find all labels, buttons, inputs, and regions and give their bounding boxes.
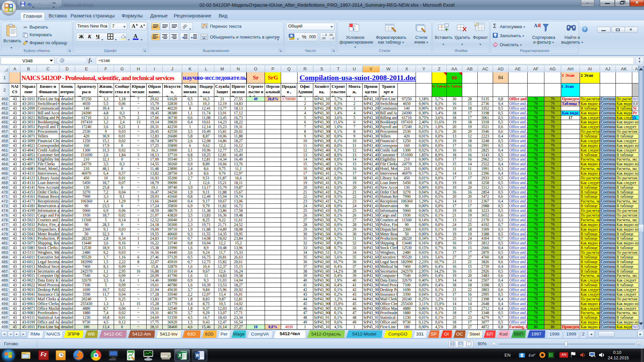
- svg-text:≥: ≥: [354, 28, 356, 30]
- svg-text:a: a: [203, 37, 205, 40]
- svg-text:≤: ≤: [354, 25, 356, 27]
